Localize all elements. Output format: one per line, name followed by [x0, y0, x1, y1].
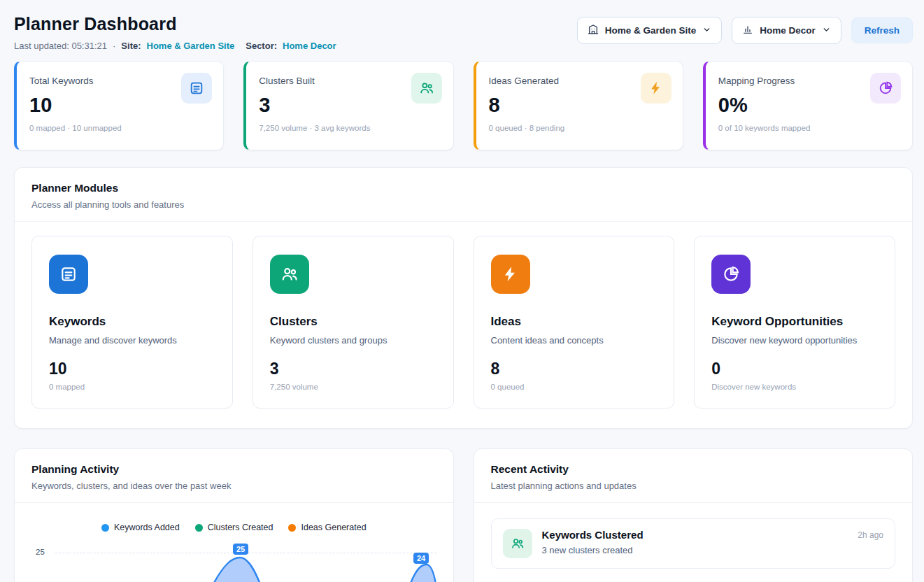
sector-label: Sector: — [246, 41, 277, 51]
planner-modules-header: Planner Modules Access all planning tool… — [15, 168, 912, 222]
sector-selector-label: Home Decor — [760, 25, 816, 36]
planner-modules-panel: Planner Modules Access all planning tool… — [14, 167, 913, 429]
planning-activity-header: Planning Activity Keywords, clusters, an… — [15, 449, 453, 503]
legend-item-clusters-created[interactable]: Clusters Created — [195, 523, 273, 532]
section-title: Recent Activity — [491, 463, 896, 476]
modules-grid: Keywords Manage and discover keywords 10… — [15, 222, 912, 428]
section-subtitle: Access all planning tools and features — [31, 199, 895, 210]
meta-separator: · — [113, 41, 115, 51]
module-detail: 7,250 volume — [270, 383, 436, 391]
header-meta: Last updated: 05:31:21 · Site: Home & Ga… — [14, 41, 336, 51]
chevron-down-icon — [822, 25, 831, 36]
legend-item-ideas-generated[interactable]: Ideas Generated — [288, 523, 366, 532]
section-title: Planning Activity — [31, 463, 436, 476]
module-card-keywords[interactable]: Keywords Manage and discover keywords 10… — [31, 236, 233, 409]
legend-dot-icon — [288, 524, 296, 532]
stat-detail: 7,250 volume · 3 avg keywords — [259, 124, 440, 132]
refresh-button[interactable]: Refresh — [851, 17, 913, 43]
recent-activity-panel: Recent Activity Latest planning actions … — [474, 448, 914, 582]
bar-chart-icon — [742, 24, 753, 37]
planner-dashboard-page: Planner Dashboard Last updated: 05:31:21… — [0, 0, 924, 582]
module-description: Discover new keyword opportunities — [711, 335, 878, 346]
legend-label: Clusters Created — [208, 523, 273, 532]
activity-title: Keywords Clustered — [542, 529, 644, 541]
stat-detail: 0 of 10 keywords mapped — [718, 124, 900, 132]
stat-detail: 0 mapped · 10 unmapped — [29, 124, 211, 132]
module-title: Clusters — [270, 315, 436, 329]
last-updated-text: Last updated: 05:31:21 — [14, 41, 107, 51]
legend-label: Ideas Generated — [301, 523, 366, 532]
activity-description: 3 new clusters created — [542, 545, 644, 555]
activity-item-keywords-clustered[interactable]: Keywords Clustered 3 new clusters create… — [491, 518, 896, 569]
site-label: Site: — [121, 41, 141, 51]
activity-text: Keywords Clustered 3 new clusters create… — [542, 529, 644, 555]
users-icon — [503, 529, 532, 558]
sector-link[interactable]: Home Decor — [283, 41, 336, 51]
module-description: Keyword clusters and groups — [270, 335, 436, 346]
document-lines-icon — [49, 255, 88, 294]
stat-detail: 0 queued · 8 pending — [489, 124, 670, 132]
site-selector-label: Home & Garden Site — [605, 25, 697, 36]
header-left: Planner Dashboard Last updated: 05:31:21… — [14, 14, 336, 51]
stat-card-clusters-built: Clusters Built 3 7,250 volume · 3 avg ke… — [243, 61, 453, 150]
site-selector-dropdown[interactable]: Home & Garden Site — [577, 17, 723, 44]
module-card-keyword-opportunities[interactable]: Keyword Opportunities Discover new keywo… — [694, 236, 895, 409]
stats-row: Total Keywords 10 0 mapped · 10 unmapped… — [14, 61, 913, 150]
recent-activity-header: Recent Activity Latest planning actions … — [474, 449, 913, 503]
section-title: Planner Modules — [31, 182, 895, 194]
lightning-icon — [491, 255, 530, 294]
chevron-down-icon — [702, 25, 711, 36]
module-title: Keyword Opportunities — [711, 315, 878, 329]
users-icon — [270, 255, 309, 294]
module-value: 0 — [711, 360, 878, 378]
activity-list: Keywords Clustered 3 new clusters create… — [474, 503, 913, 582]
module-detail: 0 queued — [491, 383, 658, 391]
bottom-row: Planning Activity Keywords, clusters, an… — [14, 448, 913, 582]
module-card-ideas[interactable]: Ideas Content ideas and concepts 8 0 que… — [474, 236, 675, 409]
module-title: Keywords — [49, 315, 215, 329]
pie-chart-icon — [870, 73, 901, 104]
module-value: 8 — [491, 360, 658, 378]
building-icon — [588, 24, 599, 37]
module-description: Content ideas and concepts — [491, 335, 658, 346]
legend-item-keywords-added[interactable]: Keywords Added — [101, 523, 180, 532]
planning-activity-chart: 25 25 24 — [31, 544, 436, 582]
module-value: 10 — [49, 360, 215, 378]
header-actions: Home & Garden Site Home Decor Refresh — [577, 17, 913, 44]
module-card-clusters[interactable]: Clusters Keyword clusters and groups 3 7… — [253, 236, 454, 409]
section-subtitle: Latest planning actions and updates — [491, 481, 896, 491]
stat-card-total-keywords: Total Keywords 10 0 mapped · 10 unmapped — [14, 61, 224, 150]
legend-label: Keywords Added — [114, 523, 180, 532]
activity-timestamp: 2h ago — [858, 529, 883, 540]
document-lines-icon — [181, 73, 212, 104]
data-point-label: 25 — [233, 544, 248, 555]
legend-dot-icon — [195, 524, 203, 532]
site-link[interactable]: Home & Garden Site — [147, 41, 235, 51]
stat-card-ideas-generated: Ideas Generated 8 0 queued · 8 pending — [474, 61, 683, 150]
pie-chart-icon — [711, 255, 751, 294]
data-point-label: 24 — [413, 553, 429, 564]
lightning-icon — [641, 73, 671, 104]
legend-dot-icon — [101, 524, 109, 532]
module-description: Manage and discover keywords — [49, 335, 215, 346]
planning-activity-panel: Planning Activity Keywords, clusters, an… — [14, 448, 454, 582]
topbar: Planner Dashboard Last updated: 05:31:21… — [14, 14, 913, 51]
page-title: Planner Dashboard — [14, 14, 336, 34]
y-axis-tick: 25 — [36, 548, 45, 556]
section-subtitle: Keywords, clusters, and ideas over the p… — [31, 481, 436, 491]
stat-card-mapping-progress: Mapping Progress 0% 0 of 10 keywords map… — [703, 61, 913, 150]
module-detail: 0 mapped — [49, 383, 215, 391]
sector-selector-dropdown[interactable]: Home Decor — [732, 17, 841, 44]
module-detail: Discover new keywords — [711, 383, 878, 391]
users-icon — [411, 73, 442, 104]
module-title: Ideas — [491, 315, 658, 329]
chart-legend: Keywords Added Clusters Created Ideas Ge… — [15, 523, 453, 532]
module-value: 3 — [270, 360, 436, 378]
